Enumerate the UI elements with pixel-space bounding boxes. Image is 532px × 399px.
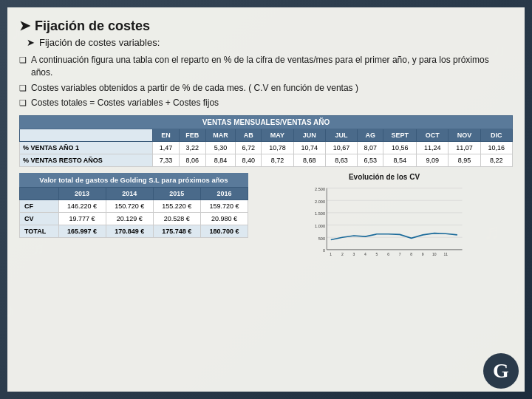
ventas-cell-1-11: 8,22 (480, 154, 512, 167)
month-header-ag: AG (358, 129, 383, 142)
small-cell-0-3: 159.720 € (200, 200, 248, 213)
small-cell-1-2: 20.528 € (153, 213, 200, 225)
ventas-cell-0-5: 10,74 (293, 142, 325, 154)
month-header-ab: AB (235, 129, 261, 142)
bullet-text-1: A continuación figura una tabla con el r… (31, 54, 513, 79)
small-row-0: CF146.220 €150.720 €155.220 €159.720 € (20, 200, 248, 213)
bullet-item-3: ❑ Costes totales = Costes variables + Co… (19, 97, 513, 109)
month-header-may: MAY (262, 129, 293, 142)
svg-text:9: 9 (422, 252, 424, 256)
ventas-cell-1-3: 8,40 (235, 154, 261, 167)
bullet-icon-1: ❑ (19, 55, 27, 66)
subtitle-line: ➤ Fijación de costes variables: (27, 37, 513, 48)
year-header-2014: 2014 (106, 188, 153, 200)
bullet-item-2: ❑ Costes variables obtenidos a partir de… (19, 82, 513, 95)
svg-text:10: 10 (432, 252, 437, 256)
bullet-text-3: Costes totales = Costes variables + Cost… (31, 97, 513, 109)
ventas-table-container: VENTAS MENSUALES/VENTAS AÑO ENFEBMARABMA… (19, 115, 513, 167)
ventas-row-label-1: % VENTAS RESTO AÑOS (20, 154, 153, 167)
month-header-sept: SEPT (383, 129, 417, 142)
small-table-container: Valor total de gastos de Golding S.L par… (19, 173, 248, 260)
svg-text:2.500: 2.500 (315, 187, 325, 191)
svg-text:500: 500 (318, 236, 325, 241)
svg-text:1: 1 (330, 252, 332, 256)
ventas-row-0: % VENTAS AÑO 11,473,225,306,7210,7810,74… (20, 142, 513, 154)
small-row-label-2: TOTAL (20, 225, 59, 238)
ventas-table: VENTAS MENSUALES/VENTAS AÑO ENFEBMARABMA… (19, 115, 513, 167)
title-line: ➤ Fijación de costes (19, 18, 513, 34)
ventas-cell-1-5: 8,68 (293, 154, 325, 167)
month-header-label (20, 129, 153, 142)
chart-area: 2.500 2.000 1.500 1.000 500 0 1 2 3 4 5 (256, 184, 513, 260)
year-header-2016: 2016 (200, 188, 248, 200)
ventas-cell-0-8: 10,56 (383, 142, 417, 154)
svg-text:7: 7 (399, 252, 401, 256)
ventas-cell-1-10: 8,95 (449, 154, 480, 167)
month-header-dic: DIC (480, 129, 512, 142)
ventas-cell-0-11: 10,16 (480, 142, 512, 154)
small-row-2: TOTAL165.997 €170.849 €175.748 €180.700 … (20, 225, 248, 238)
small-cell-2-1: 170.849 € (106, 225, 153, 238)
small-cell-2-0: 165.997 € (58, 225, 106, 238)
ventas-table-title: VENTAS MENSUALES/VENTAS AÑO (20, 116, 513, 129)
main-container: ➤ Fijación de costes ➤ Fijación de coste… (7, 7, 525, 392)
month-header-en: EN (153, 129, 179, 142)
bullet-icon-3: ❑ (19, 98, 27, 109)
ventas-cell-1-7: 6,53 (358, 154, 383, 167)
month-header-mar: MAR (205, 129, 235, 142)
small-cell-1-1: 20.129 € (106, 213, 153, 225)
ventas-cell-0-10: 11,07 (449, 142, 480, 154)
small-table-title: Valor total de gastos de Golding S.L par… (19, 173, 248, 187)
small-row-1: CV19.777 €20.129 €20.528 €20.980 € (20, 213, 248, 225)
month-header-nov: NOV (449, 129, 480, 142)
ventas-cell-1-4: 8,72 (262, 154, 293, 167)
small-table: 2013201420152016 CF146.220 €150.720 €155… (19, 187, 248, 238)
ventas-cell-1-9: 9,09 (417, 154, 449, 167)
page-title: Fijación de costes (35, 18, 150, 34)
small-cell-2-3: 180.700 € (200, 225, 248, 238)
small-cell-1-3: 20.980 € (200, 213, 248, 225)
ventas-cell-0-0: 1,47 (153, 142, 179, 154)
bottom-section: Valor total de gastos de Golding S.L par… (19, 173, 513, 260)
svg-text:5: 5 (376, 252, 378, 256)
month-header-feb: FEB (179, 129, 205, 142)
svg-text:11: 11 (444, 252, 449, 256)
ventas-row-label-0: % VENTAS AÑO 1 (20, 142, 153, 154)
small-cell-2-2: 175.748 € (153, 225, 200, 238)
svg-text:0: 0 (323, 248, 325, 253)
small-row-label-0: CF (20, 200, 59, 213)
ventas-cell-1-0: 7,33 (153, 154, 179, 167)
small-row-label-1: CV (20, 213, 59, 225)
svg-text:2: 2 (341, 252, 344, 256)
ventas-cell-0-7: 8,07 (358, 142, 383, 154)
chart-svg: 2.500 2.000 1.500 1.000 500 0 1 2 3 4 5 (256, 184, 513, 258)
g-letter: G (493, 359, 509, 383)
ventas-cell-0-9: 11,24 (417, 142, 449, 154)
year-header-2013: 2013 (58, 188, 106, 200)
svg-text:1.500: 1.500 (315, 211, 325, 216)
small-cell-0-0: 146.220 € (58, 200, 106, 213)
ventas-cell-0-6: 10,67 (325, 142, 357, 154)
header-section: ➤ Fijación de costes ➤ Fijación de coste… (19, 18, 513, 109)
ventas-cell-0-1: 3,22 (179, 142, 205, 154)
month-header-jun: JUN (293, 129, 325, 142)
ventas-cell-0-4: 10,78 (262, 142, 293, 154)
month-header-jul: JUL (325, 129, 357, 142)
ventas-cell-1-6: 8,63 (325, 154, 357, 167)
year-header-empty (20, 188, 59, 200)
svg-text:1.000: 1.000 (315, 224, 325, 228)
bullet-text-2: Costes variables obtenidos a partir de %… (31, 82, 513, 95)
svg-text:3: 3 (352, 252, 355, 256)
ventas-cell-1-2: 8,84 (205, 154, 235, 167)
chart-title: Evolución de los CV (349, 173, 420, 181)
svg-text:4: 4 (364, 252, 366, 256)
ventas-row-1: % VENTAS RESTO AÑOS7,338,068,848,408,728… (20, 154, 513, 167)
month-header-oct: OCT (417, 129, 449, 142)
small-cell-0-2: 155.220 € (153, 200, 200, 213)
ventas-cell-0-2: 5,30 (205, 142, 235, 154)
page-subtitle: Fijación de costes variables: (39, 37, 160, 48)
small-cell-0-1: 150.720 € (106, 200, 153, 213)
svg-text:6: 6 (387, 252, 389, 256)
year-header-2015: 2015 (153, 188, 200, 200)
ventas-cell-1-8: 8,54 (383, 154, 417, 167)
